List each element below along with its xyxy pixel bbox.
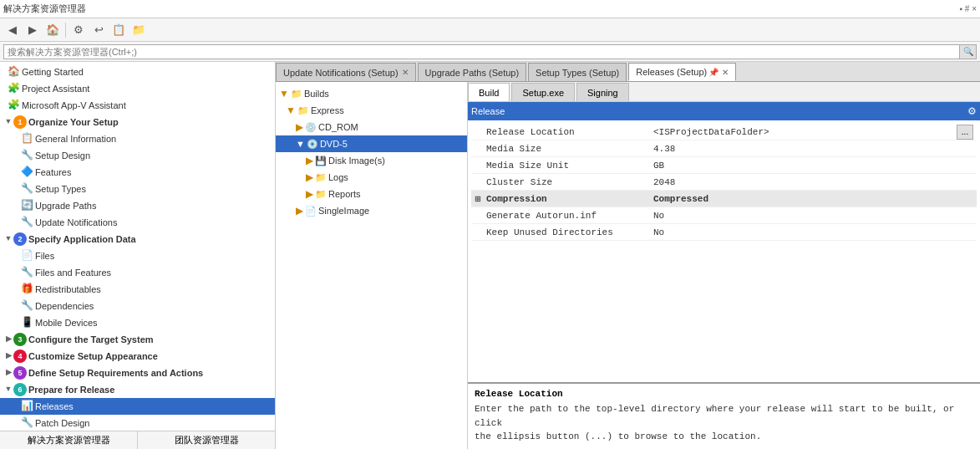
tab-update-notifications-label: Update Notifications (Setup) xyxy=(283,68,399,78)
btree-single-expand[interactable]: ▶ xyxy=(296,205,303,217)
tree-item-setup-design[interactable]: 🔧 Setup Design xyxy=(0,147,275,164)
files-features-label: Files and Features xyxy=(35,268,111,278)
prepare-expand-icon[interactable]: ▼ xyxy=(3,385,13,395)
props-tab-signing-label: Signing xyxy=(587,88,618,98)
forward-button[interactable]: ▶ xyxy=(23,21,42,39)
release-location-ellipsis[interactable]: ... xyxy=(957,125,973,140)
tree-item-project-assistant[interactable]: 🧩 Project Assistant xyxy=(0,80,275,97)
tree-item-setup-types[interactable]: 🔧 Setup Types xyxy=(0,181,275,197)
tabs-bar: Update Notifications (Setup) ✕ Upgrade P… xyxy=(276,62,980,82)
organize-badge: 1 xyxy=(13,115,27,129)
appearance-label: Customize Setup Appearance xyxy=(28,351,158,361)
requirements-expand-icon[interactable]: ▶ xyxy=(3,368,13,378)
tab-releases-close[interactable]: ✕ xyxy=(722,68,729,77)
appearance-expand-icon[interactable]: ▶ xyxy=(3,351,13,361)
tab-update-notifications[interactable]: Update Notifications (Setup) ✕ xyxy=(276,63,416,81)
copy-button[interactable]: 📋 xyxy=(109,21,128,39)
project-assistant-icon: 🧩 xyxy=(7,82,20,95)
props-row-autorun[interactable]: Generate Autorun.inf No xyxy=(471,207,977,224)
tree-item-features[interactable]: 🔷 Features xyxy=(0,164,275,181)
btree-reports-expand[interactable]: ▶ xyxy=(306,188,313,200)
btree-express[interactable]: ▼ 📁 Express xyxy=(276,102,467,119)
tree-item-upgrade-paths[interactable]: 🔄 Upgrade Paths xyxy=(0,197,275,214)
tab-update-notifications-close[interactable]: ✕ xyxy=(402,68,409,77)
btree-express-label: Express xyxy=(311,105,344,115)
btree-cdrom-expand[interactable]: ▶ xyxy=(296,121,303,133)
cluster-size-key: Cluster Size xyxy=(486,177,653,187)
tab-releases-pin-icon[interactable]: 📌 xyxy=(708,68,718,77)
refresh-button[interactable]: ↩ xyxy=(89,21,108,39)
media-size-unit-val: GB xyxy=(653,161,973,171)
btree-reports[interactable]: ▶ 📁 Reports xyxy=(276,186,467,202)
appearance-badge: 4 xyxy=(13,350,27,363)
tree-container: 🏠 Getting Started 🧩 Project Assistant 🧩 … xyxy=(0,62,275,431)
search-bar: 🔍 xyxy=(0,42,980,62)
target-expand-icon[interactable]: ▶ xyxy=(3,334,13,344)
compression-expand[interactable]: ⊞ xyxy=(475,195,485,203)
btree-single-image[interactable]: ▶ 📄 SingleImage xyxy=(276,202,467,219)
tab-releases-label: Releases (Setup) xyxy=(636,67,707,77)
keep-unused-expand xyxy=(475,228,485,237)
props-tab-signing[interactable]: Signing xyxy=(576,83,629,101)
home-button[interactable]: 🏠 xyxy=(43,21,62,39)
btree-builds[interactable]: ▼ 📁 Builds xyxy=(276,85,467,102)
tree-item-releases[interactable]: 📊 Releases xyxy=(0,398,275,415)
patch-design-label: Patch Design xyxy=(35,418,89,428)
props-row-media-size-unit[interactable]: Media Size Unit GB xyxy=(471,157,977,174)
back-button[interactable]: ◀ xyxy=(3,21,22,39)
btree-dvd5[interactable]: ▼ 💿 DVD-5 xyxy=(276,135,467,152)
tab-upgrade-paths[interactable]: Upgrade Paths (Setup) xyxy=(418,63,527,81)
btree-dvd5-expand[interactable]: ▼ xyxy=(296,139,305,149)
tree-item-files[interactable]: 📄 Files xyxy=(0,247,275,264)
tree-item-dependencies[interactable]: 🔧 Dependencies xyxy=(0,298,275,314)
footer-tab-solution[interactable]: 解决方案资源管理器 xyxy=(0,431,138,449)
tree-item-general-info[interactable]: 📋 General Information xyxy=(0,130,275,147)
section-appdata[interactable]: ▼ 2 Specify Application Data xyxy=(0,231,275,247)
tree-item-redistributables[interactable]: 🎁 Redistributables xyxy=(0,281,275,298)
props-row-keep-unused[interactable]: Keep Unused Directories No xyxy=(471,224,977,241)
btree-disk-images[interactable]: ▶ 💾 Disk Image(s) xyxy=(276,152,467,169)
props-table: Release Location <ISProjectDataFolder> .… xyxy=(468,120,980,382)
left-panel: 🏠 Getting Started 🧩 Project Assistant 🧩 … xyxy=(0,62,276,449)
props-row-media-size[interactable]: Media Size 4.38 xyxy=(471,140,977,157)
section-requirements[interactable]: ▶ 5 Define Setup Requirements and Action… xyxy=(0,365,275,381)
props-row-compression[interactable]: ⊞ Compression Compressed xyxy=(471,191,977,207)
appdata-expand-icon[interactable]: ▼ xyxy=(3,234,13,244)
tab-releases[interactable]: Releases (Setup) 📌 ✕ xyxy=(628,63,736,81)
folder-button[interactable]: 📁 xyxy=(129,21,148,39)
btree-disk-expand[interactable]: ▶ xyxy=(306,155,313,166)
props-tab-build-label: Build xyxy=(479,88,499,98)
props-row-cluster-size[interactable]: Cluster Size 2048 xyxy=(471,174,977,191)
search-input[interactable] xyxy=(3,44,960,59)
tree-item-files-features[interactable]: 🔧 Files and Features xyxy=(0,264,275,281)
media-size-key: Media Size xyxy=(486,144,653,154)
btree-logs[interactable]: ▶ 📁 Logs xyxy=(276,169,467,186)
footer-tab-team[interactable]: 团队资源管理器 xyxy=(138,431,275,449)
section-prepare[interactable]: ▼ 6 Prepare for Release xyxy=(0,381,275,398)
props-tab-build[interactable]: Build xyxy=(468,83,510,101)
search-button[interactable]: 🔍 xyxy=(960,44,977,59)
update-notif-label: Update Notifications xyxy=(35,217,117,227)
btree-logs-expand[interactable]: ▶ xyxy=(306,171,313,183)
section-appearance[interactable]: ▶ 4 Customize Setup Appearance xyxy=(0,348,275,365)
btree-logs-label: Logs xyxy=(328,172,348,182)
props-row-release-location[interactable]: Release Location <ISProjectDataFolder> .… xyxy=(471,124,977,140)
section-target[interactable]: ▶ 3 Configure the Target System xyxy=(0,331,275,348)
upgrade-paths-icon: 🔄 xyxy=(20,199,33,212)
tree-item-update-notif[interactable]: 🔧 Update Notifications xyxy=(0,214,275,231)
dependencies-icon: 🔧 xyxy=(20,299,33,313)
section-organize[interactable]: ▼ 1 Organize Your Setup xyxy=(0,114,275,130)
btree-cdrom[interactable]: ▶ 💿 CD_ROM xyxy=(276,119,467,135)
settings-button[interactable]: ⚙ xyxy=(69,21,88,39)
btree-express-expand[interactable]: ▼ xyxy=(286,105,296,116)
tree-item-appv-assistant[interactable]: 🧩 Microsoft App-V Assistant xyxy=(0,97,275,114)
keep-unused-key: Keep Unused Directories xyxy=(486,227,653,237)
tree-item-getting-started[interactable]: 🏠 Getting Started xyxy=(0,64,275,80)
organize-expand-icon[interactable]: ▼ xyxy=(3,117,13,127)
btree-builds-expand[interactable]: ▼ xyxy=(279,88,289,99)
tree-item-mobile-devices[interactable]: 📱 Mobile Devices xyxy=(0,314,275,331)
tree-item-patch-design[interactable]: 🔧 Patch Design xyxy=(0,415,275,431)
props-header-gear-icon[interactable]: ⚙ xyxy=(967,105,977,117)
tab-setup-types[interactable]: Setup Types (Setup) xyxy=(528,63,627,81)
props-tab-setup[interactable]: Setup.exe xyxy=(511,83,575,101)
